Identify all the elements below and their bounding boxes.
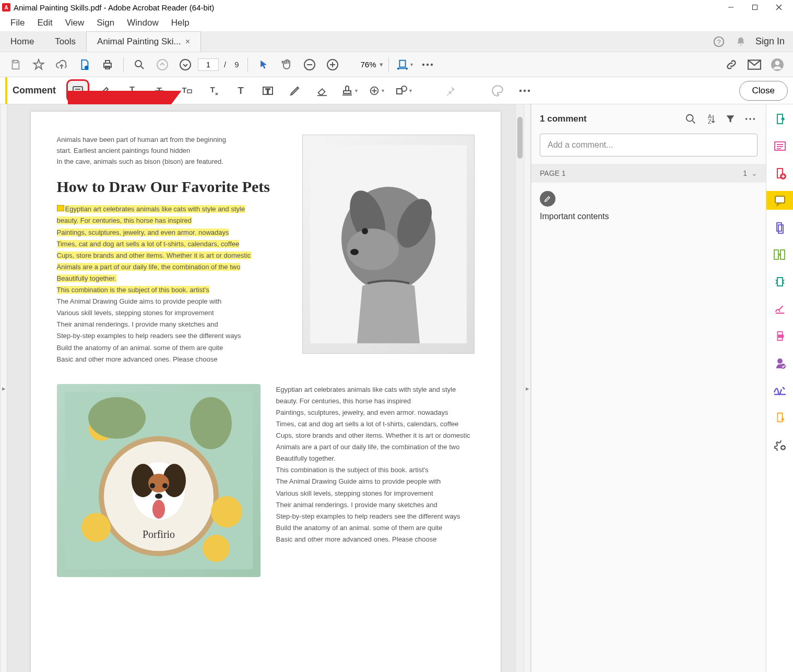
page-separator: /: [221, 60, 229, 69]
svg-point-20: [422, 63, 424, 65]
pencil-tool-icon[interactable]: [283, 79, 306, 102]
pin-tool-icon[interactable]: [439, 79, 462, 102]
export-pdf-tool-icon[interactable]: [771, 110, 789, 128]
chevron-down-icon: ⌄: [751, 169, 758, 177]
sign-tool-icon[interactable]: [771, 381, 789, 400]
page-up-icon[interactable]: [152, 54, 173, 75]
color-picker-icon[interactable]: [486, 79, 509, 102]
underline-tool-icon[interactable]: T: [121, 79, 144, 102]
drawing-tools-icon[interactable]: ▾: [392, 79, 415, 102]
comment-label-wrap: Comment: [5, 77, 62, 104]
protect-tool-icon[interactable]: [771, 354, 789, 373]
tab-close-icon[interactable]: ×: [185, 37, 190, 46]
signin-button[interactable]: Sign In: [755, 36, 785, 47]
svg-point-6: [85, 66, 88, 69]
svg-point-48: [528, 89, 530, 91]
scrollbar-thumb[interactable]: [517, 117, 523, 159]
convert-tool-icon[interactable]: [771, 408, 789, 427]
edit-pdf-tool-icon[interactable]: [771, 137, 789, 155]
selection-tool-icon[interactable]: [253, 54, 274, 75]
comments-search-icon[interactable]: [683, 112, 698, 126]
svg-point-25: [775, 61, 780, 65]
star-icon[interactable]: [28, 54, 49, 75]
more-tools-icon[interactable]: [417, 54, 438, 75]
fit-width-icon[interactable]: ▾: [394, 54, 415, 75]
strikethrough-tool-icon[interactable]: T: [148, 79, 171, 102]
doc-text: Beautifully together.: [276, 453, 475, 464]
compress-tool-icon[interactable]: [771, 272, 789, 291]
tab-document-active[interactable]: Animal Painting Ski... ×: [86, 31, 201, 52]
left-panel-toggle[interactable]: ▸: [0, 104, 7, 672]
add-text-tool-icon[interactable]: T: [229, 79, 252, 102]
close-comment-button[interactable]: Close: [739, 81, 788, 101]
doc-text: Their animal renderings. I provide many …: [276, 499, 475, 511]
svg-point-47: [524, 89, 526, 91]
menu-view[interactable]: View: [59, 15, 91, 31]
comment-more-icon[interactable]: [513, 79, 536, 102]
file-lock-icon[interactable]: [74, 54, 95, 75]
mid-panel-toggle[interactable]: ▸: [524, 104, 531, 672]
link-icon[interactable]: [721, 54, 742, 75]
redact-tool-icon[interactable]: [771, 327, 789, 345]
maximize-button[interactable]: [743, 0, 767, 15]
page-down-icon[interactable]: [175, 54, 196, 75]
zoom-out-icon[interactable]: [299, 54, 320, 75]
doc-text: beauty. For centuries, this horse has in…: [57, 215, 292, 226]
svg-point-63: [150, 483, 155, 488]
more-tools-sidebar-icon[interactable]: [771, 435, 789, 454]
svg-point-65: [155, 494, 162, 499]
replace-text-tool-icon[interactable]: T: [175, 79, 198, 102]
cloud-upload-icon[interactable]: [51, 54, 72, 75]
combine-tool-icon[interactable]: [771, 218, 789, 237]
fill-sign-tool-icon[interactable]: [771, 299, 789, 318]
zoom-select[interactable]: [345, 60, 376, 69]
page-input[interactable]: [198, 58, 219, 71]
create-pdf-tool-icon[interactable]: [771, 164, 789, 183]
save-icon[interactable]: [5, 54, 26, 75]
menu-window[interactable]: Window: [121, 15, 164, 31]
tab-home[interactable]: Home: [0, 31, 44, 52]
close-window-button[interactable]: [767, 0, 791, 15]
sticky-note-marker-icon[interactable]: [57, 205, 64, 211]
print-icon[interactable]: [97, 54, 118, 75]
tab-document-label: Animal Painting Ski...: [97, 37, 181, 47]
hand-tool-icon[interactable]: [276, 54, 297, 75]
eraser-tool-icon[interactable]: [311, 79, 334, 102]
profile-icon[interactable]: [767, 54, 788, 75]
doc-text: In the cave, animals such as bison (biso…: [57, 157, 292, 167]
doc-text: Various skill levels, stepping stones fo…: [276, 488, 475, 499]
svg-point-13: [180, 59, 191, 70]
zoom-chevron-icon[interactable]: ▾: [380, 61, 383, 68]
svg-rect-26: [73, 87, 82, 93]
help-icon[interactable]: ?: [712, 34, 726, 49]
stamp-tool-icon[interactable]: ▾: [338, 79, 361, 102]
sticky-note-tool-icon[interactable]: [66, 79, 89, 102]
add-comment-input[interactable]: Add a comment...: [540, 134, 758, 157]
comment-item[interactable]: Important contents: [531, 183, 766, 230]
minimize-button[interactable]: [719, 0, 743, 15]
bell-icon[interactable]: [733, 34, 748, 49]
doc-text: Build the anatomy of an animal. some of …: [57, 342, 292, 354]
email-icon[interactable]: [744, 54, 765, 75]
text-box-tool-icon[interactable]: T: [256, 79, 279, 102]
menu-file[interactable]: File: [4, 15, 31, 31]
insert-text-tool-icon[interactable]: T: [202, 79, 225, 102]
menu-edit[interactable]: Edit: [31, 15, 58, 31]
document-viewport[interactable]: Animals have been part of human art from…: [7, 104, 524, 672]
menu-help[interactable]: Help: [165, 15, 196, 31]
find-icon[interactable]: [129, 54, 150, 75]
highlight-tool-icon[interactable]: [93, 79, 116, 102]
attach-tool-icon[interactable]: ▾: [365, 79, 388, 102]
comments-more-icon[interactable]: [743, 112, 758, 126]
document-scrollbar[interactable]: [516, 104, 524, 672]
doc-text: The Animal Drawing Guide aims to provide…: [276, 476, 475, 487]
doc-text: Various skill levels, stepping stones fo…: [57, 307, 292, 319]
organize-tool-icon[interactable]: [771, 245, 789, 264]
comment-tool-icon[interactable]: [766, 191, 794, 210]
zoom-in-icon[interactable]: [322, 54, 343, 75]
comments-filter-icon[interactable]: [723, 112, 738, 126]
comments-sort-icon[interactable]: AZ: [703, 112, 718, 126]
comment-page-header[interactable]: PAGE 1 1 ⌄: [531, 164, 766, 183]
menu-sign[interactable]: Sign: [90, 15, 121, 31]
tab-tools[interactable]: Tools: [44, 31, 86, 52]
